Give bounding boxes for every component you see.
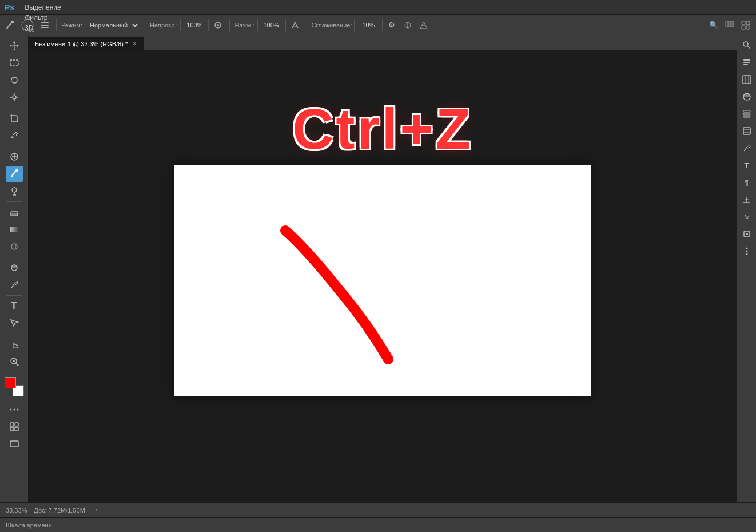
tool-stamp[interactable]: [6, 183, 23, 199]
svg-rect-2: [41, 22, 49, 23]
blend-mode-select[interactable]: Нормальный: [85, 19, 140, 31]
search-toolbar-icon[interactable]: 🔍: [707, 18, 721, 32]
right-char-icon[interactable]: [739, 192, 754, 207]
svg-rect-3: [41, 25, 49, 26]
svg-rect-16: [10, 60, 18, 66]
brush-angle-icon[interactable]: [417, 18, 431, 32]
tool-move[interactable]: [6, 38, 23, 54]
status-arrow-button[interactable]: ›: [92, 506, 101, 515]
right-pen-icon[interactable]: [739, 141, 754, 156]
canvas-area: Без имени-1 @ 33,3% (RGB/8) * × Ctrl+Z: [29, 35, 737, 502]
tool-eraser[interactable]: [6, 204, 23, 220]
tool-separator-2: [6, 146, 22, 146]
tool-brush[interactable]: [6, 166, 23, 182]
airbrush-icon[interactable]: [211, 18, 225, 32]
right-plugins-icon[interactable]: [739, 227, 754, 241]
svg-rect-15: [746, 26, 750, 29]
opacity-label: Непрозр.:: [150, 22, 178, 29]
tool-eyedropper[interactable]: [6, 128, 23, 144]
tool-path-select[interactable]: [6, 315, 23, 331]
svg-point-75: [746, 251, 747, 252]
foreground-color-swatch[interactable]: [5, 377, 16, 388]
svg-line-41: [11, 287, 12, 288]
svg-point-54: [743, 42, 748, 46]
svg-point-46: [10, 409, 11, 411]
main-layout: T: [0, 35, 756, 502]
flow-label: Нажм.:: [234, 22, 254, 29]
svg-rect-13: [746, 21, 750, 25]
mode-label: Режим:: [61, 22, 82, 29]
document-tab[interactable]: Без имени-1 @ 33,3% (RGB/8) * ×: [29, 37, 144, 50]
right-channels-icon[interactable]: [739, 124, 754, 138]
svg-rect-58: [743, 64, 748, 65]
arrange-icon[interactable]: [739, 18, 753, 32]
svg-point-48: [17, 409, 18, 411]
tool-frame[interactable]: [6, 436, 23, 452]
svg-rect-66: [743, 128, 750, 134]
right-properties-icon[interactable]: [739, 72, 754, 87]
tool-frame-grid[interactable]: [6, 419, 23, 435]
tab-close-button[interactable]: ×: [131, 41, 138, 47]
toolbar: 60 Режим: Нормальный Непрозр.: Нажм.: Сг…: [0, 15, 756, 35]
right-type-icon[interactable]: T: [739, 158, 754, 173]
right-layers-icon[interactable]: [739, 106, 754, 121]
svg-point-31: [15, 169, 18, 172]
svg-point-39: [13, 245, 16, 248]
svg-rect-12: [742, 21, 745, 25]
tool-heal[interactable]: [6, 149, 23, 165]
brush-size-preview[interactable]: 60: [19, 17, 35, 33]
white-canvas[interactable]: [174, 165, 591, 396]
symmetry-icon[interactable]: [401, 18, 415, 32]
tool-blur[interactable]: [6, 239, 23, 255]
timeline-label: Шкала времени: [6, 522, 52, 529]
tool-lasso[interactable]: [6, 72, 23, 88]
svg-rect-57: [743, 62, 750, 63]
settings-icon[interactable]: ⚙: [385, 18, 399, 32]
toolbar-separator-4: [307, 19, 307, 31]
status-bar: 33,33% Доc: 7,72M/1,50M ›: [0, 502, 756, 517]
brush-tool-icon[interactable]: [3, 18, 17, 32]
right-more-icon[interactable]: [739, 244, 754, 259]
workspace-icon[interactable]: [723, 18, 737, 32]
smoothing-input[interactable]: [354, 19, 383, 31]
svg-point-73: [746, 233, 748, 235]
svg-line-43: [16, 363, 18, 366]
svg-rect-64: [743, 113, 750, 115]
tool-separator-4: [6, 257, 22, 257]
canvas-workspace[interactable]: Ctrl+Z: [29, 50, 737, 502]
menu-bar: Ps ФайлРедактированиеИзображениеСлоиТекс…: [0, 0, 756, 15]
right-paragraph-icon[interactable]: ¶: [739, 175, 754, 190]
svg-rect-53: [10, 441, 18, 447]
svg-rect-65: [743, 116, 750, 117]
app-logo: Ps: [5, 3, 14, 12]
doc-info: Доc: 7,72M/1,50M: [34, 507, 85, 514]
right-libraries-icon[interactable]: [739, 55, 754, 70]
svg-rect-51: [10, 427, 14, 431]
tool-dodge[interactable]: [6, 260, 23, 276]
tool-select-rect[interactable]: [6, 55, 23, 71]
tool-pen[interactable]: [6, 277, 23, 293]
svg-point-76: [746, 253, 747, 255]
pressure-icon[interactable]: [288, 18, 302, 32]
right-styles-icon[interactable]: fx: [739, 209, 754, 224]
svg-point-27: [11, 137, 13, 138]
tool-hand[interactable]: [6, 336, 23, 352]
right-adjustments-icon[interactable]: [739, 89, 754, 104]
ctrl-z-overlay: Ctrl+Z: [292, 96, 473, 162]
tool-more[interactable]: [6, 402, 23, 418]
brush-settings-icon[interactable]: [38, 18, 51, 32]
tool-zoom[interactable]: [6, 354, 23, 370]
smoothing-label: Сглаживание:: [312, 22, 352, 29]
timeline-bar: Шкала времени: [0, 517, 756, 532]
svg-rect-63: [743, 110, 750, 112]
tool-magic-wand[interactable]: [6, 89, 23, 105]
opacity-input[interactable]: [180, 19, 209, 31]
right-search-icon[interactable]: [739, 38, 754, 53]
tool-separator-1: [6, 108, 22, 108]
menu-item-select[interactable]: Выделение: [20, 2, 81, 13]
tool-gradient[interactable]: [6, 221, 23, 237]
tool-text[interactable]: T: [6, 298, 23, 314]
zoom-level: 33,33%: [6, 507, 27, 514]
tool-crop[interactable]: [6, 110, 23, 126]
flow-input[interactable]: [257, 19, 286, 31]
